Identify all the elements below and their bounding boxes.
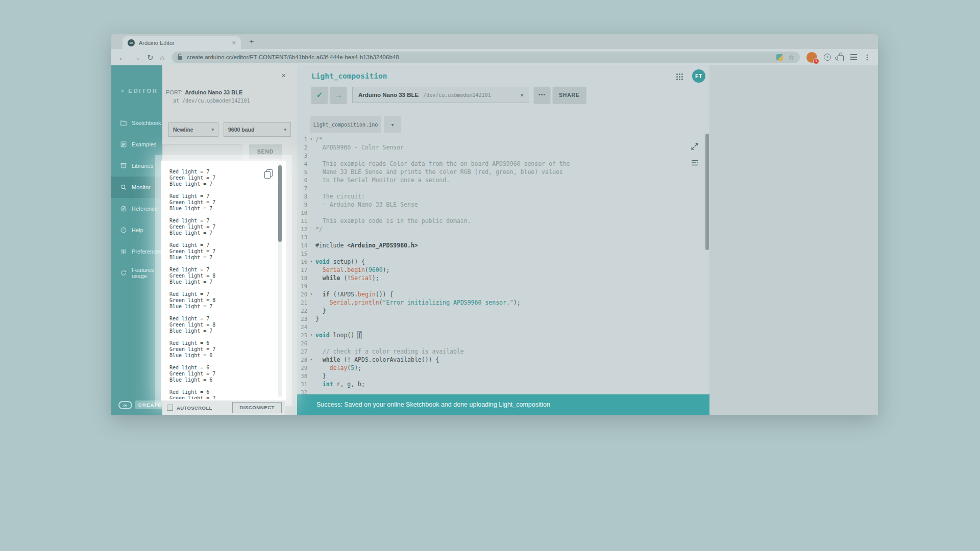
editor-panel: Light_composition FT Arduino Nano 33 BLE… xyxy=(297,65,709,415)
tab-menu-button[interactable] xyxy=(384,116,401,133)
monitor-selects: Newline 9600 baud xyxy=(168,122,291,137)
fold-spacer xyxy=(307,184,315,192)
browser-profile-avatar[interactable]: 1 xyxy=(806,52,817,63)
disconnect-button[interactable]: DISCONNECT xyxy=(232,402,282,413)
code-line: 5 Nano 33 BLE Sense and prints the color… xyxy=(297,168,709,176)
url-text: create.arduino.cc/editor/FT-CONTENT/6b41… xyxy=(187,54,772,60)
tab-close-icon[interactable] xyxy=(232,39,236,46)
fold-spacer xyxy=(307,282,315,290)
autoscroll-checkbox[interactable] xyxy=(167,405,173,411)
forward-icon[interactable] xyxy=(133,54,140,61)
code-line: 20▾ if (!APDS.begin()) { xyxy=(297,290,709,298)
sidebar-item-label: Features usage xyxy=(132,267,162,279)
fold-spacer xyxy=(307,192,315,201)
board-selector[interactable]: Arduino Nano 33 BLE /dev/cu.usbmodem1421… xyxy=(352,87,529,103)
serial-scrollbar-thumb[interactable] xyxy=(278,165,282,242)
fold-spacer xyxy=(307,315,315,323)
sidebar-item-sketchbook[interactable]: Sketchbook xyxy=(111,112,162,134)
browser-tab-strip: Arduino Editor xyxy=(111,34,878,49)
code-line: 17 Serial.begin(9600); xyxy=(297,266,709,274)
send-button[interactable]: SEND xyxy=(249,144,282,159)
extensions-puzzle-icon[interactable] xyxy=(838,55,844,61)
extension-icon[interactable] xyxy=(776,54,783,61)
reload-icon[interactable] xyxy=(147,54,154,61)
baud-rate-select[interactable]: 9600 baud xyxy=(224,122,291,137)
share-button[interactable]: SHARE xyxy=(553,87,586,103)
code-line: 21 Serial.println("Error initializing AP… xyxy=(297,298,709,307)
upload-button[interactable] xyxy=(330,87,347,103)
serial-output-group: Red light = 7Green light = 8Blue light =… xyxy=(169,267,285,285)
help-icon: ? xyxy=(120,227,127,234)
fold-arrow-icon[interactable]: ▾ xyxy=(307,258,315,266)
code-line: 14#include <Arduino_APDS9960.h> xyxy=(297,241,709,249)
serial-output-group: Red light = 7Green light = 7Blue light =… xyxy=(169,218,285,236)
code-line: 27 // check if a color reading is availa… xyxy=(297,347,709,356)
serial-scrollbar[interactable] xyxy=(278,164,282,397)
file-tab[interactable]: Light_composition.ino xyxy=(310,116,381,133)
fold-spacer xyxy=(307,388,315,394)
fold-spacer xyxy=(307,233,315,241)
user-avatar[interactable]: FT xyxy=(692,69,705,83)
menu-lines-icon[interactable] xyxy=(850,54,857,60)
back-icon[interactable] xyxy=(118,54,126,61)
format-icon[interactable] xyxy=(690,158,699,167)
more-options-button[interactable]: ••• xyxy=(534,87,550,103)
examples-icon xyxy=(120,141,127,148)
code-line: 12*/ xyxy=(297,225,709,233)
apps-grid-icon[interactable] xyxy=(676,73,678,75)
fold-spacer xyxy=(307,176,315,184)
code-line: 6 to the Serial Monitor once a second. xyxy=(297,176,709,184)
arduino-favicon xyxy=(128,39,135,46)
line-ending-value: Newline xyxy=(173,127,193,133)
fold-arrow-icon[interactable]: ▾ xyxy=(307,331,315,339)
info-icon[interactable] xyxy=(824,54,831,61)
fold-spacer xyxy=(307,364,315,372)
sliders-icon xyxy=(120,248,127,255)
create-label: CREATE xyxy=(135,400,165,409)
code-editor[interactable]: 1▾/*2 APDS9960 - Color Sensor34 This exa… xyxy=(297,133,709,394)
sidebar-item-help[interactable]: ? Help xyxy=(111,219,162,241)
code-line: 28▾ while (! APDS.colorAvailable()) { xyxy=(297,356,709,364)
new-tab-button[interactable] xyxy=(247,37,256,46)
code-line: 1▾/* xyxy=(297,135,709,143)
fold-arrow-icon[interactable]: ▾ xyxy=(307,356,315,364)
fold-spacer xyxy=(307,298,315,307)
serial-message-input[interactable] xyxy=(162,144,242,159)
code-line: 31 int r, g, b; xyxy=(297,380,709,388)
fold-spacer xyxy=(307,307,315,315)
line-ending-select[interactable]: Newline xyxy=(168,122,218,137)
code-line: 25▾void loop() { xyxy=(297,331,709,339)
sidebar-item-examples[interactable]: Examples xyxy=(111,134,162,155)
browser-menu-icon[interactable] xyxy=(864,54,871,61)
sidebar-item-features-usage[interactable]: Features usage xyxy=(111,262,162,284)
sidebar-item-libraries[interactable]: Libraries xyxy=(111,155,162,177)
verify-button[interactable] xyxy=(311,87,328,103)
fold-arrow-icon[interactable]: ▾ xyxy=(307,290,315,298)
code-line: 10 xyxy=(297,209,709,217)
status-message: Success: Saved on your online Sketchbook… xyxy=(316,401,550,408)
address-bar[interactable]: create.arduino.cc/editor/FT-CONTENT/6b41… xyxy=(172,52,800,63)
sidebar-item-reference[interactable]: Reference xyxy=(111,198,162,219)
infinity-logo-icon xyxy=(118,401,132,409)
sidebar-item-monitor[interactable]: Monitor xyxy=(111,177,162,198)
close-icon[interactable] xyxy=(281,71,286,79)
port-path: at /dev/cu.usbmodem142101 xyxy=(173,98,250,104)
home-icon[interactable] xyxy=(160,54,164,61)
code-line: 32 xyxy=(297,388,709,394)
fullscreen-icon[interactable] xyxy=(690,142,699,151)
fold-spacer xyxy=(307,249,315,258)
fold-arrow-icon[interactable]: ▾ xyxy=(307,135,315,143)
code-scrollbar[interactable] xyxy=(705,134,709,250)
sidebar-item-preferences[interactable]: Preferences xyxy=(111,241,162,262)
chevron-down-icon xyxy=(521,92,523,98)
bookmark-star-icon[interactable] xyxy=(788,54,794,61)
code-line: 4 This example reads Color data from the… xyxy=(297,160,709,168)
code-line: 16▾void setup() { xyxy=(297,258,709,266)
fold-spacer xyxy=(307,241,315,249)
chevron-right-icon xyxy=(120,88,125,94)
lock-icon xyxy=(178,56,182,60)
sidebar: EDITOR Sketchbook Examples Libraries xyxy=(111,65,162,415)
copy-icon[interactable] xyxy=(264,169,273,179)
browser-tab[interactable]: Arduino Editor xyxy=(122,36,241,49)
fold-spacer xyxy=(307,225,315,233)
